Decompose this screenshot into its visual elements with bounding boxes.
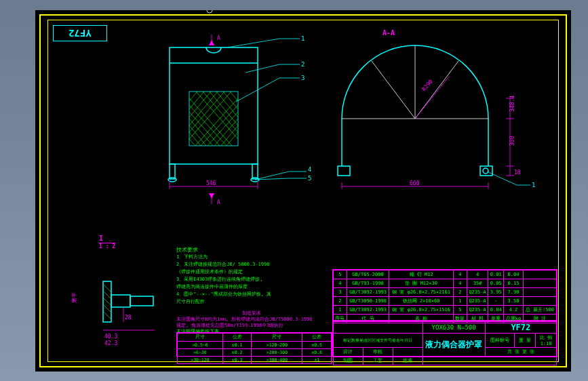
side-view-aa: R290 348.4 300 18 660 1 xyxy=(338,45,535,189)
svg-rect-86 xyxy=(111,295,130,307)
svg-line-16 xyxy=(195,98,238,146)
mesh-panel xyxy=(189,92,238,146)
svg-line-21 xyxy=(227,132,238,146)
svg-rect-87 xyxy=(130,296,153,306)
svg-rect-0 xyxy=(170,47,258,164)
svg-text:40.3: 40.3 xyxy=(104,334,117,340)
svg-text:A: A xyxy=(217,199,220,205)
svg-text:3: 3 xyxy=(301,75,305,81)
svg-line-45 xyxy=(246,64,279,73)
svg-point-62 xyxy=(483,168,488,174)
svg-text:1: 1 xyxy=(301,35,305,42)
svg-text:300: 300 xyxy=(509,136,515,146)
svg-line-91 xyxy=(104,305,111,312)
svg-line-88 xyxy=(104,285,111,292)
svg-line-90 xyxy=(104,298,111,305)
tolerance-table: 尺寸公差尺寸公差 >0.5~6±0.1>120~200±0.5 >6~30±0.… xyxy=(176,332,332,357)
svg-rect-61 xyxy=(480,166,492,176)
front-view: A A 546 1 2 3 4 5 xyxy=(168,10,311,205)
svg-line-22 xyxy=(189,92,231,139)
bom-table: 5GB/T65-2000螺 钉 M12440.010.044GB/T93-199… xyxy=(332,269,557,321)
svg-line-27 xyxy=(189,92,197,101)
title-block: YOX630 N=500 YF72 标记数量更改区区域文件号签名年月日 液力偶合… xyxy=(332,321,557,357)
svg-text:42.3: 42.3 xyxy=(104,340,117,346)
svg-line-3 xyxy=(189,98,232,146)
svg-text:18: 18 xyxy=(514,169,521,176)
svg-text:2: 2 xyxy=(301,61,305,68)
svg-point-57 xyxy=(207,10,212,13)
svg-line-23 xyxy=(189,92,224,132)
svg-text:546: 546 xyxy=(206,180,216,186)
svg-text:348.4: 348.4 xyxy=(509,96,515,112)
svg-text:1: 1 xyxy=(532,182,535,188)
svg-text:A: A xyxy=(217,35,220,41)
svg-rect-60 xyxy=(338,166,350,176)
svg-text:4: 4 xyxy=(308,166,311,173)
svg-rect-2 xyxy=(189,92,238,146)
svg-rect-28 xyxy=(170,164,175,179)
svg-marker-36 xyxy=(209,193,214,199)
svg-text:磨平: 磨平 xyxy=(71,292,77,303)
svg-rect-29 xyxy=(252,164,258,179)
svg-line-11 xyxy=(203,92,238,132)
svg-text:660: 660 xyxy=(410,180,420,186)
svg-line-19 xyxy=(214,119,238,146)
manufacturing-notes: 制造要求 未注圆角尺寸R均为1mm, 所有焊缝均须符合JB/T5000.3-19… xyxy=(176,310,327,335)
svg-marker-33 xyxy=(209,40,214,45)
svg-line-82 xyxy=(487,172,517,185)
svg-line-65 xyxy=(372,61,415,119)
svg-text:5: 5 xyxy=(308,175,311,182)
technical-requirements: 技术要求 1、下料方法为 2、未注焊缝按规范符合JB/ 5000.3-1998 … xyxy=(176,246,319,306)
svg-line-92 xyxy=(104,312,111,319)
cad-canvas: YF72 A-A I 1 : 2 xyxy=(35,10,571,372)
svg-line-10 xyxy=(196,92,238,139)
detail-view: 磨平 40.3 42.3 28 xyxy=(71,281,155,346)
svg-line-8 xyxy=(189,132,201,146)
svg-line-5 xyxy=(189,112,220,146)
svg-text:R290: R290 xyxy=(421,79,434,93)
svg-line-89 xyxy=(104,292,111,298)
svg-line-9 xyxy=(189,139,195,146)
svg-text:28: 28 xyxy=(125,315,132,321)
svg-line-42 xyxy=(227,39,279,47)
svg-line-18 xyxy=(208,112,238,146)
svg-line-6 xyxy=(189,119,213,146)
